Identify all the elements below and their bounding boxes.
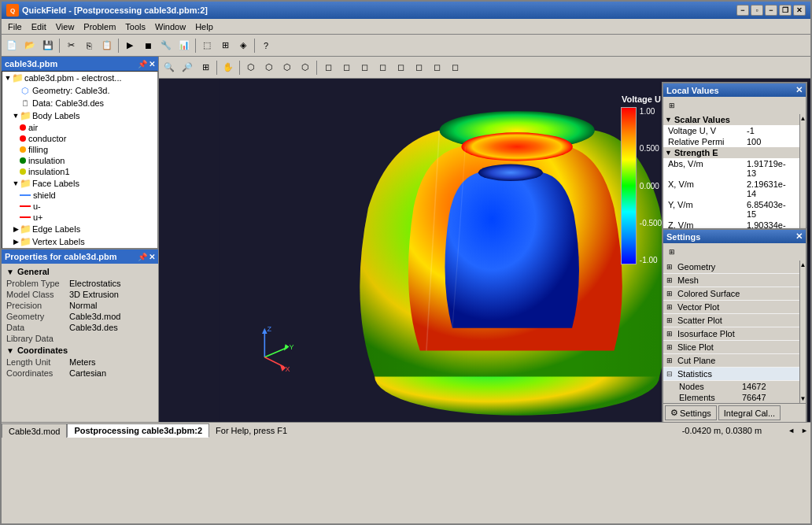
toolbar-sep3: [195, 39, 196, 53]
toolbar-b8[interactable]: ?: [257, 37, 275, 54]
scalar-values-header[interactable]: ▼ Scalar Values: [663, 114, 799, 125]
nav-next-btn[interactable]: ►: [799, 427, 810, 434]
toolbar2-b15[interactable]: ◻: [428, 59, 445, 76]
tree-air[interactable]: air: [2, 122, 157, 133]
tree-root-expand[interactable]: ▼: [4, 74, 12, 82]
stats-elements-value: 76647: [742, 393, 784, 402]
toolbar2-b2[interactable]: 🔎: [179, 59, 196, 76]
tree-root[interactable]: ▼ 📁 cable3d.pbm - electrost...: [2, 72, 157, 84]
tree-insulation1[interactable]: insulation1: [2, 166, 157, 177]
settings-colored-surface[interactable]: ⊞ Colored Surface: [663, 287, 799, 301]
settings-geometry[interactable]: ⊞ Geometry: [663, 261, 799, 274]
tree-data[interactable]: 🗒 Data: Cable3d.des: [2, 97, 157, 109]
settings-cut-plane[interactable]: ⊞ Cut Plane: [663, 354, 799, 368]
settings-btn[interactable]: ⚙ Settings: [665, 405, 717, 420]
settings-vector-plot[interactable]: ⊞ Vector Plot: [663, 301, 799, 314]
toolbar-b4[interactable]: 📊: [175, 37, 193, 54]
toolbar2-b9[interactable]: ◻: [319, 59, 337, 76]
tree-edge-labels[interactable]: ▶ 📁 Edge Labels: [2, 223, 157, 235]
app-restore-btn[interactable]: ▫: [751, 5, 763, 16]
tree-edge-labels-expand[interactable]: ▶: [12, 225, 20, 233]
toolbar-b2[interactable]: ⏹: [139, 37, 157, 54]
tree-body-labels[interactable]: ▼ 📁 Body Labels: [2, 109, 157, 122]
toolbar2-b12[interactable]: ◻: [374, 59, 391, 76]
settings-mesh[interactable]: ⊞ Mesh: [663, 274, 799, 287]
toolbar-b1[interactable]: ▶: [121, 37, 138, 54]
settings-scatter-plot[interactable]: ⊞ Scatter Plot: [663, 314, 799, 327]
toolbar-b5[interactable]: ⬚: [198, 37, 216, 54]
local-values-close-btn[interactable]: ✕: [795, 85, 803, 95]
props-panel-pin[interactable]: 📌: [138, 253, 147, 261]
tree-vertex-labels[interactable]: ▶ 📁 Vertex Labels: [2, 235, 157, 248]
tree-conductor[interactable]: conductor: [2, 133, 157, 144]
viewport[interactable]: Z Y X Local Values ✕: [159, 79, 810, 422]
tree-u-minus[interactable]: u-: [2, 201, 157, 212]
settings-close-btn[interactable]: ✕: [795, 231, 803, 242]
toolbar2-b10[interactable]: ◻: [338, 59, 355, 76]
tree-filling[interactable]: filling: [2, 144, 157, 155]
minimize-btn[interactable]: −: [765, 5, 777, 16]
close-btn[interactable]: ✕: [793, 5, 806, 16]
menu-window[interactable]: Window: [150, 20, 190, 33]
prop-library-label: Library Data: [6, 334, 69, 343]
toolbar-paste[interactable]: 📋: [98, 37, 116, 54]
menu-edit[interactable]: Edit: [27, 20, 51, 33]
toolbar2-b13[interactable]: ◻: [392, 59, 409, 76]
toolbar-copy[interactable]: ⎘: [80, 37, 98, 54]
toolbar-open[interactable]: 📂: [21, 37, 39, 54]
settings-cut-plane-label: Cut Plane: [677, 356, 715, 365]
tab-postprocessing[interactable]: Postprocessing cable3d.pbm:2: [67, 423, 209, 438]
lv-toolbar-btn[interactable]: ⊞: [665, 98, 679, 113]
tree-u-plus[interactable]: u+: [2, 212, 157, 223]
menu-problem[interactable]: Problem: [79, 20, 120, 33]
settings-toolbar-btn[interactable]: ⊞: [665, 245, 679, 259]
toolbar-cut[interactable]: ✂: [62, 37, 79, 54]
settings-isosurface[interactable]: ⊞ Isosurface Plot: [663, 327, 799, 341]
toolbar2-b14[interactable]: ◻: [410, 59, 427, 76]
general-section-header[interactable]: ▼ General: [3, 265, 157, 278]
menu-view[interactable]: View: [51, 20, 79, 33]
toolbar2-b8[interactable]: ⬡: [297, 59, 314, 76]
tree-insulation[interactable]: insulation: [2, 155, 157, 166]
menu-help[interactable]: Help: [190, 20, 218, 33]
nav-prev-btn[interactable]: ◄: [785, 427, 797, 434]
settings-slice-plot[interactable]: ⊞ Slice Plot: [663, 341, 799, 354]
tree-panel-pin[interactable]: 📌: [138, 60, 147, 68]
app-minimize-btn[interactable]: −: [736, 5, 749, 16]
tree-u-plus-icon: [20, 216, 31, 218]
integral-calc-btn[interactable]: Integral Cal...: [718, 405, 781, 420]
tree-panel-close[interactable]: ✕: [149, 60, 155, 68]
tab-cable3d-mod[interactable]: Cable3d.mod: [2, 423, 67, 438]
settings-scroll-up[interactable]: ▲: [799, 261, 807, 269]
main-toolbar: 📄 📂 💾 ✂ ⎘ 📋 ▶ ⏹ 🔧 📊 ⬚ ⊞ ◈ ?: [2, 35, 810, 57]
toolbar2-b7[interactable]: ⬡: [279, 59, 296, 76]
toolbar-b3[interactable]: 🔧: [157, 37, 175, 54]
toolbar2-b16[interactable]: ◻: [446, 59, 463, 76]
tree-geometry[interactable]: ⬡ Geometry: Cable3d.: [2, 84, 157, 97]
settings-statistics[interactable]: ⊟ Statistics: [663, 368, 799, 381]
color-legend: Voltage U 1.00 0.500 0.000 -0.500 -1.00: [626, 94, 657, 264]
menu-file[interactable]: File: [3, 20, 27, 33]
strength-e-header[interactable]: ▼ Strength E: [663, 147, 799, 158]
props-panel-close[interactable]: ✕: [149, 253, 155, 261]
coords-section-header[interactable]: ▼ Coordinates: [3, 344, 157, 357]
restore-btn[interactable]: ❐: [779, 5, 792, 16]
tree-body-labels-expand[interactable]: ▼: [12, 112, 20, 120]
lv-scroll-up[interactable]: ▲: [799, 114, 807, 123]
tree-face-labels[interactable]: ▼ 📁 Face Labels: [2, 177, 157, 190]
tree-shield[interactable]: shield: [2, 190, 157, 201]
toolbar2-b5[interactable]: ⬡: [242, 59, 260, 76]
toolbar2-b6[interactable]: ⬡: [260, 59, 278, 76]
toolbar2-b11[interactable]: ◻: [356, 59, 373, 76]
toolbar2-b3[interactable]: ⊞: [197, 59, 214, 76]
settings-scroll-down[interactable]: ▼: [799, 394, 807, 403]
toolbar-new[interactable]: 📄: [3, 37, 20, 54]
toolbar2-b4[interactable]: ✋: [220, 59, 237, 76]
menu-tools[interactable]: Tools: [120, 20, 150, 33]
toolbar2-b1[interactable]: 🔍: [161, 59, 178, 76]
toolbar-b7[interactable]: ◈: [234, 37, 252, 54]
tree-face-labels-expand[interactable]: ▼: [12, 179, 20, 187]
tree-vertex-labels-expand[interactable]: ▶: [12, 238, 20, 246]
toolbar-save[interactable]: 💾: [39, 37, 57, 54]
toolbar-b6[interactable]: ⊞: [216, 37, 234, 54]
